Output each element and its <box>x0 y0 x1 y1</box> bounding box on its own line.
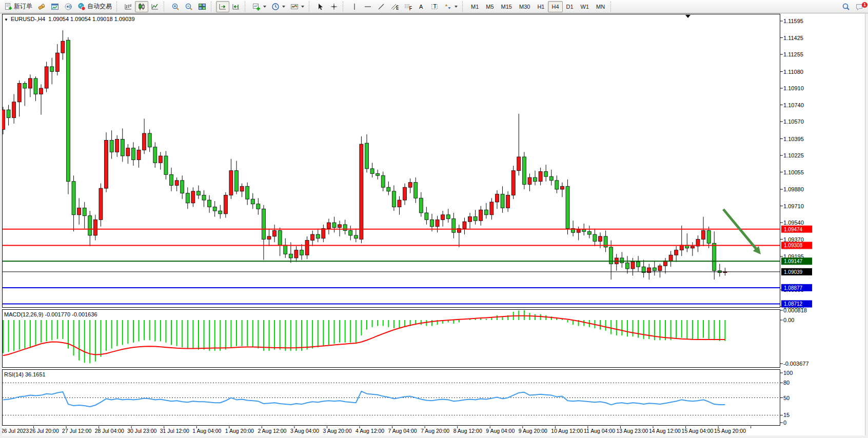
svg-text:7 Aug 20:00: 7 Aug 20:00 <box>421 428 449 434</box>
chart-window-button[interactable] <box>48 1 62 12</box>
svg-text:-0.003677: -0.003677 <box>783 361 809 367</box>
svg-text:0.000818: 0.000818 <box>783 307 807 313</box>
svg-text:3 Aug 20:00: 3 Aug 20:00 <box>323 428 352 434</box>
main-toolbar: 新订单 自动交易 <box>0 0 868 13</box>
toolbar-right: 1 <box>839 0 866 13</box>
bar-chart-mode-button[interactable] <box>122 1 135 12</box>
toolbar-separator <box>343 2 346 12</box>
fibonacci-icon: F <box>404 3 412 11</box>
price-badge: 1.08712 <box>781 300 812 307</box>
arrows-tool-button[interactable] <box>441 1 460 12</box>
svg-text:0.00: 0.00 <box>783 317 794 323</box>
chart-canvas[interactable]: 1.115951.114251.112551.110801.109101.107… <box>0 14 868 438</box>
autotrade-button[interactable]: 自动交易 <box>75 1 114 12</box>
tile-windows-button[interactable] <box>195 1 209 12</box>
svg-text:26 Jul 2023: 26 Jul 2023 <box>1 428 29 434</box>
chart-shift-button[interactable] <box>229 1 243 12</box>
svg-text:1.09474: 1.09474 <box>784 227 803 232</box>
svg-text:1.09710: 1.09710 <box>783 203 804 209</box>
timeframe-m1[interactable]: M1 <box>467 1 482 12</box>
line-chart-mode-button[interactable] <box>148 1 162 12</box>
indicators-button[interactable] <box>250 1 269 12</box>
svg-text:1.10570: 1.10570 <box>783 118 804 125</box>
svg-text:100: 100 <box>783 370 793 376</box>
candlestick-icon <box>137 3 146 11</box>
crosshair-tool-button[interactable] <box>327 1 341 12</box>
bar-chart-icon <box>124 3 132 11</box>
candlestick-mode-button[interactable] <box>135 1 148 12</box>
timeframe-w1[interactable]: W1 <box>577 1 593 12</box>
alerts-button[interactable] <box>62 1 75 12</box>
new-order-button[interactable]: 新订单 <box>2 1 35 12</box>
trendline-tool-button[interactable] <box>374 1 388 12</box>
svg-text:15 Aug 04:00: 15 Aug 04:00 <box>682 428 714 434</box>
horizontal-line-tool-button[interactable] <box>361 1 374 12</box>
timeframe-h1[interactable]: H1 <box>534 1 548 12</box>
time-axis[interactable]: 26 Jul 202326 Jul 20:0027 Jul 12:0028 Ju… <box>1 426 751 434</box>
new-order-label: 新订单 <box>14 2 32 11</box>
svg-text:E: E <box>396 5 399 11</box>
toolbar-separator <box>245 2 248 12</box>
svg-text:2 Aug 12:00: 2 Aug 12:00 <box>258 428 286 434</box>
templates-button[interactable] <box>288 1 307 12</box>
svg-text:1.11255: 1.11255 <box>783 51 803 57</box>
svg-text:9 Aug 04:00: 9 Aug 04:00 <box>486 428 515 434</box>
toolbar-separator <box>610 2 614 12</box>
auto-scroll-button[interactable] <box>216 1 229 12</box>
price-badge: 1.09147 <box>781 257 812 265</box>
chart-dropdown-icon[interactable]: ▼ <box>4 17 8 22</box>
clock-icon <box>271 3 280 11</box>
timeframe-h4[interactable]: H4 <box>548 1 562 12</box>
svg-text:7 Aug 04:00: 7 Aug 04:00 <box>388 428 417 434</box>
svg-text:1.10225: 1.10225 <box>783 152 804 158</box>
horizontal-line-icon <box>364 3 372 11</box>
price-badge: 1.09308 <box>781 242 812 249</box>
svg-text:11 Aug 04:00: 11 Aug 04:00 <box>584 428 615 434</box>
autotrade-icon <box>77 3 86 11</box>
price-axis[interactable]: 1.115951.114251.112551.110801.109101.107… <box>780 18 812 426</box>
timeframe-m15[interactable]: M15 <box>498 1 516 12</box>
cursor-tool-button[interactable] <box>314 1 327 12</box>
svg-text:1.09039: 1.09039 <box>784 269 803 275</box>
chevron-down-icon <box>455 6 458 8</box>
chart-region: 1.115951.114251.112551.110801.109101.107… <box>0 14 868 438</box>
trendline-icon <box>377 3 385 11</box>
zoom-in-button[interactable] <box>169 1 182 12</box>
main-pane[interactable] <box>3 14 780 308</box>
channel-tool-button[interactable]: E <box>388 1 401 12</box>
svg-text:15: 15 <box>783 412 790 418</box>
zoom-out-button[interactable] <box>182 1 195 12</box>
window-left-edge <box>0 14 2 438</box>
chart-shift-icon <box>232 3 240 11</box>
text-label-tool-button[interactable]: T <box>428 1 441 12</box>
svg-text:26 Jul 20:00: 26 Jul 20:00 <box>30 428 59 434</box>
auto-scroll-icon <box>219 3 227 11</box>
styler-button[interactable] <box>35 1 48 12</box>
vertical-line-tool-button[interactable] <box>348 1 361 12</box>
svg-text:4 Aug 12:00: 4 Aug 12:00 <box>356 428 384 434</box>
timeframe-mn[interactable]: MN <box>593 1 608 12</box>
fibonacci-tool-button[interactable]: F <box>401 1 415 12</box>
toolbar-separator <box>164 2 167 12</box>
macd-pane[interactable] <box>3 310 780 368</box>
community-button[interactable]: 1 <box>853 1 866 12</box>
chart-title: ▼EURUSD-,H4 1.09054 1.09054 1.09018 1.09… <box>4 16 135 22</box>
tile-windows-icon <box>198 3 206 11</box>
timeframe-d1[interactable]: D1 <box>563 1 577 12</box>
price-badge: 1.08877 <box>781 284 812 291</box>
price-badge: 1.09039 <box>781 268 812 275</box>
svg-text:28 Jul 04:00: 28 Jul 04:00 <box>95 428 124 434</box>
timeframe-m30[interactable]: M30 <box>516 1 534 12</box>
template-icon <box>290 3 299 11</box>
periods-button[interactable] <box>269 1 288 12</box>
text-tool-button[interactable]: A <box>415 1 428 12</box>
chart-ohlc-values: 1.09054 1.09054 1.09018 1.09039 <box>48 16 134 22</box>
svg-text:10 Aug 12:00: 10 Aug 12:00 <box>551 428 583 434</box>
svg-text:1.09370: 1.09370 <box>783 236 804 243</box>
svg-text:1.10910: 1.10910 <box>783 85 804 91</box>
megaphone-icon <box>64 3 72 11</box>
timeframe-m5[interactable]: M5 <box>482 1 497 12</box>
svg-text:15 Aug 20:00: 15 Aug 20:00 <box>714 428 746 434</box>
search-button[interactable] <box>839 1 853 12</box>
text-icon: A <box>417 3 425 11</box>
